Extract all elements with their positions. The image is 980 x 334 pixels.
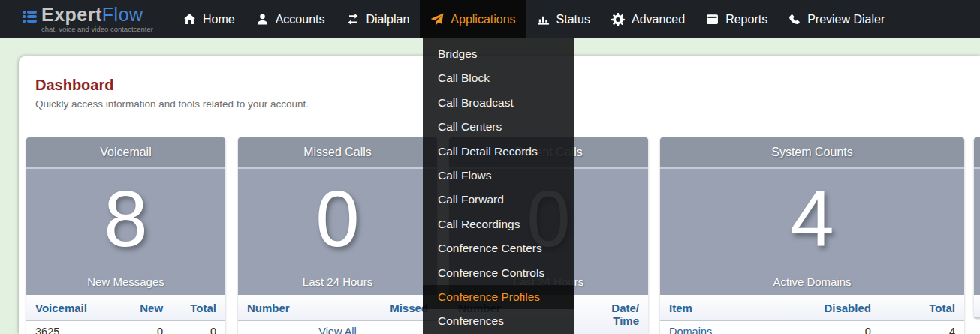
- nav-label: Preview Dialer: [807, 13, 885, 26]
- user-icon: [256, 13, 269, 26]
- domains-link[interactable]: Domains: [669, 326, 787, 334]
- brand-logo[interactable]: ExpertFlow chat, voice and video contact…: [23, 5, 153, 33]
- phone-icon: [789, 14, 801, 26]
- nav-item-dialplan[interactable]: Dialplan: [336, 0, 421, 38]
- menu-item-call-flows[interactable]: Call Flows: [423, 164, 574, 188]
- page-subtitle: Quickly access information and tools rel…: [35, 98, 309, 110]
- card-body: 8 New Messages: [26, 169, 225, 295]
- menu-item-call-detail-records[interactable]: Call Detail Records: [423, 140, 574, 164]
- voicemail-box: 3625: [35, 326, 110, 334]
- menu-item-call-forward[interactable]: Call Forward: [423, 188, 574, 212]
- disabled-count: 0: [787, 326, 871, 334]
- gear-icon: [611, 13, 625, 26]
- nav-item-accounts[interactable]: Accounts: [246, 0, 336, 38]
- column-header: Total: [163, 302, 216, 314]
- card-title: Missed Calls: [238, 137, 437, 169]
- nav-label: Dialplan: [366, 13, 410, 26]
- menu-item-bridges[interactable]: Bridges: [423, 42, 574, 66]
- table-header-row: Item Disabled Total: [660, 295, 964, 321]
- main-nav: Home Accounts Dialplan Applications Stat…: [173, 0, 895, 38]
- total-count: 4: [871, 326, 955, 334]
- menu-item-call-broadcast[interactable]: Call Broadcast: [423, 91, 574, 115]
- report-window-icon: [706, 13, 719, 26]
- nav-label: Accounts: [276, 13, 325, 26]
- card-title: Voicemail: [26, 137, 225, 169]
- nav-label: Reports: [725, 13, 767, 26]
- menu-item-conferences[interactable]: Conferences: [423, 309, 574, 333]
- card-partial: [974, 137, 980, 318]
- column-header: New: [110, 302, 163, 314]
- card-caption: Active Domains: [660, 275, 964, 288]
- column-header: Disabled: [787, 302, 871, 314]
- menu-item-conference-centers[interactable]: Conference Centers: [423, 236, 574, 260]
- card-body: [974, 169, 980, 295]
- card-missed-calls: Missed Calls 0 Last 24 Hours Number Miss…: [238, 137, 437, 334]
- card-big-value: 0: [238, 174, 437, 264]
- card-caption: New Messages: [26, 275, 225, 288]
- card-title: System Counts: [660, 137, 964, 169]
- column-header: Number: [247, 302, 338, 314]
- table-header-row: Voicemail New Total: [26, 295, 225, 321]
- nav-label: Status: [556, 13, 590, 26]
- menu-item-call-block[interactable]: Call Block: [423, 66, 574, 90]
- menu-item-conference-controls[interactable]: Conference Controls: [423, 261, 574, 285]
- bar-chart-icon: [537, 13, 550, 26]
- card-big-value: 8: [26, 174, 225, 264]
- applications-dropdown-menu: Bridges Call Block Call Broadcast Call C…: [423, 38, 574, 334]
- nav-item-applications[interactable]: Applications: [420, 0, 526, 38]
- card-table: Voicemail New Total 3625 0 0: [26, 295, 225, 334]
- nav-item-reports[interactable]: Reports: [695, 0, 778, 38]
- menu-item-call-recordings[interactable]: Call Recordings: [423, 212, 574, 236]
- total-count: 0: [163, 326, 216, 334]
- column-header: Total: [871, 302, 955, 314]
- column-header: Voicemail: [35, 302, 110, 314]
- card-table: Item Disabled Total Domains 0 4: [660, 295, 964, 334]
- column-header: Item: [669, 302, 787, 314]
- nav-item-home[interactable]: Home: [173, 0, 246, 38]
- top-navbar: ExpertFlow chat, voice and video contact…: [0, 0, 980, 38]
- brand-list-icon: [23, 9, 37, 24]
- card-caption: Last 24 Hours: [238, 275, 437, 288]
- table-row: Domains 0 4: [660, 321, 964, 334]
- nav-item-status[interactable]: Status: [526, 0, 601, 38]
- column-header: Missed: [338, 302, 429, 314]
- new-count: 0: [110, 326, 163, 334]
- view-all-link[interactable]: View All: [247, 326, 428, 334]
- menu-item-conference-profiles[interactable]: Conference Profiles: [423, 285, 574, 309]
- page-title: Dashboard: [35, 77, 113, 94]
- card-table: Number Missed View All: [238, 295, 437, 334]
- nav-label: Applications: [451, 13, 515, 26]
- column-header: Date/ Time: [593, 302, 639, 328]
- card-body: 4 Active Domains: [660, 169, 964, 295]
- home-icon: [183, 13, 196, 26]
- nav-label: Home: [203, 13, 235, 26]
- transfer-arrows-icon: [346, 13, 360, 26]
- table-row: View All: [238, 321, 437, 334]
- card-body: 0 Last 24 Hours: [238, 169, 437, 295]
- card-title: [974, 137, 980, 169]
- nav-label: Advanced: [632, 13, 685, 26]
- paper-plane-icon: [430, 13, 444, 26]
- table-header-row: [974, 295, 980, 318]
- nav-item-preview-dialer[interactable]: Preview Dialer: [778, 0, 895, 38]
- table-header-row: Number Missed: [238, 295, 437, 321]
- table-row: 3625 0 0: [26, 321, 225, 334]
- card-system-counts: System Counts 4 Active Domains Item Disa…: [660, 137, 964, 334]
- brand-tagline: chat, voice and video contactcenter: [41, 25, 153, 33]
- nav-item-advanced[interactable]: Advanced: [601, 0, 695, 38]
- menu-item-call-centers[interactable]: Call Centers: [423, 115, 574, 139]
- brand-name: ExpertFlow: [41, 5, 153, 24]
- card-big-value: 4: [660, 174, 964, 264]
- card-voicemail: Voicemail 8 New Messages Voicemail New T…: [26, 137, 225, 334]
